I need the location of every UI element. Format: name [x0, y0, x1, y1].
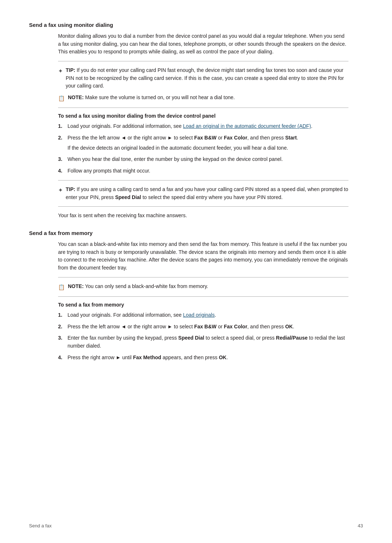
step2-1: 1. Load your originals. For additional i… [58, 311, 348, 319]
step2-4-text: Press the right arrow ► until Fax Method… [68, 354, 228, 360]
step1-1-content: Load your originals. For additional info… [68, 122, 348, 130]
steps-list-1: 1. Load your originals. For additional i… [58, 122, 348, 175]
note2-content: NOTE: You can only send a black-and-whit… [68, 283, 208, 291]
step2-3-number: 3. [58, 334, 65, 342]
footer-section-label: Send a fax [29, 523, 52, 528]
tip-box-1: ✦ TIP: If you do not enter your calling … [58, 66, 348, 90]
step2-4: 4. Press the right arrow ► until Fax Met… [58, 354, 348, 362]
note2-label: NOTE: [68, 283, 84, 289]
step1-4: 4. Follow any prompts that might occur. [58, 167, 348, 175]
note-box-2: 📋 NOTE: You can only send a black-and-wh… [58, 283, 348, 291]
section2-heading: Send a fax from memory [29, 230, 363, 236]
step1-4-text: Follow any prompts that might occur. [68, 168, 150, 174]
section-monitor-dialing: Send a fax using monitor dialing Monitor… [29, 22, 363, 220]
adf-link[interactable]: Load an original in the automatic docume… [183, 123, 311, 129]
section2-intro: You can scan a black-and-white fax into … [58, 240, 348, 272]
inner-tip-box: ✦ TIP: If you are using a calling card t… [58, 186, 348, 201]
tip-icon-1: ✦ [58, 67, 63, 76]
step1-1-text-before: Load your originals. For additional info… [68, 123, 183, 129]
inner-tip-label: TIP: [66, 186, 75, 192]
step2-4-content: Press the right arrow ► until Fax Method… [68, 354, 348, 362]
step1-2-text: Press the the left arrow ◄ or the right … [68, 135, 298, 141]
redial-pause: Redial/Pause [276, 335, 307, 341]
faxcolor-2: Fax Color [224, 324, 248, 329]
tip1-content: TIP: If you do not enter your calling ca… [66, 66, 348, 90]
step2-1-number: 1. [58, 311, 65, 319]
divider-3 [58, 180, 348, 181]
speed-dial-bold: Speed Dial [115, 194, 141, 200]
divider-4 [58, 206, 348, 207]
page-footer: Send a fax 43 [0, 523, 392, 528]
inner-tip-icon: ✦ [58, 186, 63, 195]
faxbw-2: Fax B&W [194, 324, 216, 329]
step1-3-text: When you hear the dial tone, enter the n… [68, 156, 283, 162]
sent-text: Your fax is sent when the receiving fax … [58, 212, 348, 220]
faxcolor-1: Fax Color [224, 135, 248, 141]
note2-text: You can only send a black-and-white fax … [85, 283, 208, 289]
footer-page-number: 43 [358, 523, 363, 528]
step1-3-content: When you hear the dial tone, enter the n… [68, 155, 348, 163]
ok-btn-2: OK [219, 354, 226, 360]
fax-method: Fax Method [133, 354, 161, 360]
step1-2-number: 2. [58, 134, 65, 142]
step1-3: 3. When you hear the dial tone, enter th… [58, 155, 348, 163]
step2-1-period: . [215, 312, 216, 318]
step1-1-period: . [311, 123, 313, 129]
note-box-1: 📋 NOTE: Make sure the volume is turned o… [58, 94, 348, 102]
step2-3-content: Enter the fax number by using the keypad… [68, 334, 348, 350]
step1-2-sub: If the device detects an original loaded… [68, 144, 348, 152]
section1-heading: Send a fax using monitor dialing [29, 22, 363, 28]
subheading1: To send a fax using monitor dialing from… [58, 113, 348, 119]
step2-3: 3. Enter the fax number by using the key… [58, 334, 348, 350]
divider-2 [58, 108, 348, 108]
note1-text: Make sure the volume is turned on, or yo… [85, 94, 234, 100]
step2-2-number: 2. [58, 323, 65, 331]
step2-1-text-before: Load your originals. For additional info… [68, 312, 183, 318]
divider-1 [58, 61, 348, 61]
step2-2-text: Press the the left arrow ◄ or the right … [68, 324, 294, 329]
note-icon-2: 📋 [58, 283, 65, 291]
step1-4-content: Follow any prompts that might occur. [68, 167, 348, 175]
step1-2: 2. Press the the left arrow ◄ or the rig… [58, 134, 348, 152]
speed-dial-2: Speed Dial [178, 335, 204, 341]
note1-content: NOTE: Make sure the volume is turned on,… [68, 94, 235, 102]
start-btn: Start [285, 135, 297, 141]
step1-1-number: 1. [58, 122, 65, 130]
load-originals-link[interactable]: Load originals [183, 312, 215, 318]
steps-list-2: 1. Load your originals. For additional i… [58, 311, 348, 361]
faxbw-1: Fax B&W [194, 135, 216, 141]
ok-btn-1: OK [285, 324, 293, 329]
note1-label: NOTE: [68, 94, 84, 100]
inner-tip-text1: If you are using a calling card to send … [66, 186, 348, 200]
step1-2-content: Press the the left arrow ◄ or the right … [68, 134, 348, 152]
step2-2-content: Press the the left arrow ◄ or the right … [68, 323, 348, 331]
divider-6 [58, 296, 348, 297]
subheading2: To send a fax from memory [58, 302, 348, 308]
step2-4-number: 4. [58, 354, 65, 362]
section1-intro: Monitor dialing allows you to dial a num… [58, 32, 348, 56]
step2-2: 2. Press the the left arrow ◄ or the rig… [58, 323, 348, 331]
section-from-memory: Send a fax from memory You can scan a bl… [29, 230, 363, 361]
step1-4-number: 4. [58, 167, 65, 175]
note-icon-1: 📋 [58, 94, 65, 102]
step2-1-content: Load your originals. For additional info… [68, 311, 348, 319]
divider-5 [58, 277, 348, 277]
tip1-label: TIP: [66, 67, 75, 73]
inner-tip-content: TIP: If you are using a calling card to … [66, 186, 348, 201]
step2-3-text: Enter the fax number by using the keypad… [68, 335, 345, 349]
step1-1: 1. Load your originals. For additional i… [58, 122, 348, 130]
step1-3-number: 3. [58, 155, 65, 163]
tip1-text: If you do not enter your calling card PI… [66, 67, 344, 89]
